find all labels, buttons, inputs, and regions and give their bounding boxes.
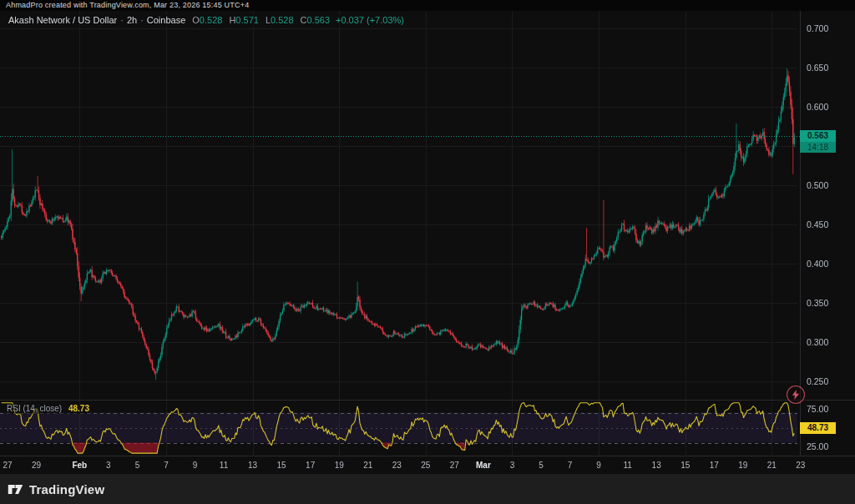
price-tick-label: 0.400 [807, 259, 828, 269]
lightning-button[interactable] [787, 386, 805, 404]
rsi-indicator-legend[interactable]: RSI (14, close) 48.73 [7, 404, 89, 414]
time-tick-label: 29 [32, 461, 41, 471]
lightning-icon [792, 390, 800, 400]
price-tick-label: 0.300 [807, 337, 828, 347]
price-tick-label: 0.250 [807, 376, 828, 386]
price-axis[interactable] [800, 11, 855, 456]
time-tick-label: 11 [220, 461, 228, 471]
time-tick-label: 25 [421, 461, 430, 471]
time-tick-label: 5 [135, 461, 140, 471]
time-tick-label: 23 [796, 461, 805, 471]
time-tick-label: Mar [476, 461, 491, 471]
rsi-label: RSI [7, 404, 21, 413]
time-tick-label: Feb [72, 461, 87, 471]
time-tick-label: 27 [3, 461, 12, 471]
price-tick-label: 0.600 [807, 102, 828, 112]
price-tick-label: 0.500 [807, 180, 828, 190]
open-value: 0.528 [200, 15, 223, 25]
price-chart-canvas[interactable] [0, 0, 855, 474]
time-tick-label: 21 [767, 461, 777, 471]
rsi-tick-label: 25.00 [807, 441, 828, 451]
price-tick-label: 0.450 [807, 219, 828, 229]
exchange-label: Coinbase [147, 15, 185, 25]
time-tick-label: 5 [539, 461, 544, 471]
bar-countdown: 14:18 [800, 142, 836, 153]
last-price-label: 0.563 14:18 [800, 130, 836, 153]
open-key: O [192, 15, 200, 25]
time-tick-label: 17 [306, 461, 315, 471]
price-tick-label: 0.350 [807, 298, 828, 308]
symbol-legend[interactable]: Akash Network / US Dollar·2h·CoinbaseO0.… [8, 14, 407, 27]
time-tick-label: 27 [450, 461, 459, 471]
time-tick-label: 3 [106, 461, 111, 471]
time-tick-label: 9 [193, 461, 198, 471]
time-tick-label: 19 [738, 461, 747, 471]
interval-label: 2h [127, 15, 137, 25]
time-tick-label: 7 [568, 461, 573, 471]
time-tick-label: 23 [392, 461, 402, 471]
time-tick-label: 7 [164, 461, 169, 471]
symbol-title: Akash Network / US Dollar [8, 15, 117, 25]
time-tick-label: 15 [277, 461, 286, 471]
snapshot-credit-bar: AhmadPro created with TradingView.com, M… [0, 0, 855, 11]
time-tick-label: 19 [335, 461, 344, 471]
footer-bar: TradingView [0, 474, 855, 504]
tradingview-chart-window: AhmadPro created with TradingView.com, M… [0, 0, 855, 504]
tradingview-logo-icon[interactable] [8, 483, 23, 496]
time-tick-label: 21 [363, 461, 372, 471]
rsi-current-value: 48.73 [68, 404, 89, 413]
time-tick-label: 11 [623, 461, 631, 471]
time-tick-label: 9 [596, 461, 601, 471]
snapshot-credit-text: AhmadPro created with TradingView.com, M… [6, 1, 249, 9]
time-tick-label: 13 [652, 461, 661, 471]
price-tick-label: 0.650 [807, 63, 828, 73]
close-value: 0.563 [306, 15, 330, 25]
legend-separator: · [140, 15, 144, 25]
time-tick-label: 3 [510, 461, 515, 471]
rsi-params: (14, close) [23, 404, 62, 413]
last-price-value: 0.563 [800, 130, 836, 142]
time-tick-label: 13 [248, 461, 257, 471]
change-value: +0.037 (+7.03%) [336, 15, 404, 25]
legend-separator: · [120, 15, 124, 25]
time-tick-label: 15 [680, 461, 690, 471]
rsi-axis-value-label: 48.73 [800, 422, 836, 434]
rsi-tick-label: 75.00 [807, 404, 828, 414]
high-value: 0.571 [235, 15, 259, 25]
time-tick-label: 17 [710, 461, 719, 471]
tradingview-brand-text[interactable]: TradingView [29, 482, 104, 496]
price-tick-label: 0.700 [807, 23, 828, 33]
low-value: 0.528 [271, 15, 294, 25]
